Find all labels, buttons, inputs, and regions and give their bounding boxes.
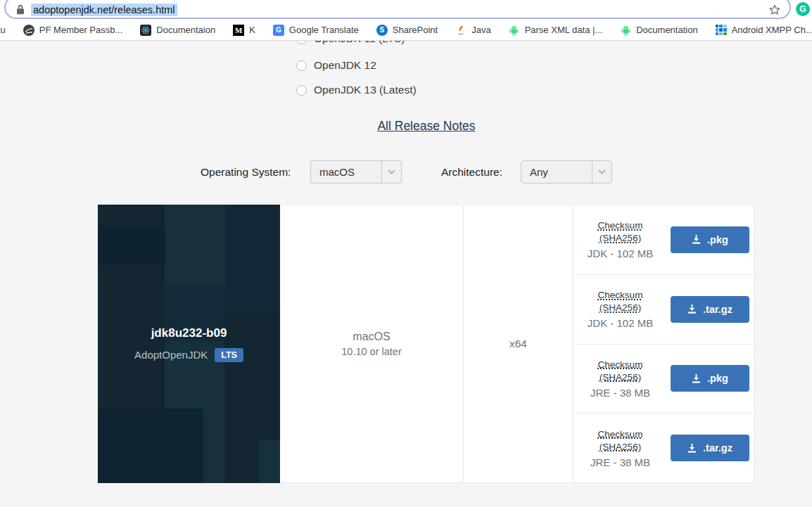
radio-label[interactable]: OpenJDK 13 (Latest) [314, 84, 417, 96]
bookmark-item-k[interactable]: M K [233, 25, 255, 36]
download-meta: Checksum (SHA256) JRE - 38 MB [579, 428, 662, 468]
download-info: JDK - 102 MB [579, 248, 662, 259]
os-select[interactable]: macOS [310, 160, 402, 184]
checksum-line1[interactable]: Checksum [598, 359, 643, 370]
download-button-label: .pkg [707, 373, 728, 384]
bookmark-item-partial[interactable]: tu [0, 25, 6, 35]
address-bar[interactable]: adoptopenjdk.net/releases.html [4, 0, 791, 19]
arch-name: x64 [509, 338, 527, 350]
download-pkg-button[interactable]: .pkg [671, 226, 749, 253]
os-select-value: macOS [311, 166, 381, 178]
checksum-link[interactable]: Checksum (SHA256) [579, 359, 662, 384]
arch-filter-label: Architecture: [441, 166, 502, 179]
arch-cell: x64 [464, 205, 573, 483]
radio-label[interactable]: OpenJDK 12 [314, 59, 376, 72]
bookmark-label: tu [0, 25, 6, 35]
release-name-cell: jdk8u232-b09 AdoptOpenJDK LTS [98, 205, 280, 483]
download-pkg-button[interactable]: .pkg [671, 365, 749, 392]
bookmark-item-parse-xml[interactable]: Parse XML data |... [509, 25, 603, 36]
download-targz-button[interactable]: .tar.gz [671, 435, 749, 461]
checksum-line1[interactable]: Checksum [598, 220, 643, 231]
all-release-notes-link[interactable]: All Release Notes [377, 119, 475, 133]
download-block-jdk-pkg: Checksum (SHA256) JDK - 102 MB .pkg [573, 205, 754, 274]
bookmark-label: Documentation [636, 25, 697, 35]
grid-icon [716, 25, 727, 36]
mosaic-patch [224, 205, 280, 310]
radio-option-openjdk13[interactable]: OpenJDK 13 (Latest) [296, 83, 417, 97]
checksum-link[interactable]: Checksum (SHA256) [579, 219, 662, 245]
radio-button[interactable] [296, 85, 307, 96]
medium-icon: M [233, 25, 244, 36]
download-block-jdk-targz: Checksum (SHA256) JDK - 102 MB .tar.gz [573, 274, 754, 344]
release-subline: AdoptOpenJDK LTS [134, 348, 243, 362]
download-info: JRE - 38 MB [579, 387, 662, 399]
bookmark-item-documentaion[interactable]: Documentaion [140, 25, 215, 36]
page-content: OpenJDK 11 (LTS) OpenJDK 12 OpenJDK 13 (… [0, 41, 812, 507]
bookmark-label: Documentaion [156, 25, 215, 35]
bookmark-label: Android XMPP Ch... [732, 25, 812, 35]
release-name: jdk8u232-b09 [151, 326, 227, 340]
bookmark-label: Parse XML data |... [525, 25, 603, 35]
mosaic-patch [98, 409, 203, 483]
url-text[interactable]: adoptopenjdk.net/releases.html [31, 4, 177, 16]
download-icon [691, 234, 702, 245]
java-icon [455, 25, 467, 36]
checksum-link[interactable]: Checksum (SHA256) [579, 428, 662, 454]
download-targz-button[interactable]: .tar.gz [671, 296, 749, 323]
download-meta: Checksum (SHA256) JRE - 38 MB [579, 359, 662, 399]
globe-icon [23, 25, 34, 36]
sharepoint-icon: S [376, 25, 388, 36]
checksum-line2[interactable]: (SHA256) [600, 233, 641, 243]
download-button-label: .tar.gz [703, 304, 732, 315]
downloads-cell: Checksum (SHA256) JDK - 102 MB .pkg Chec… [573, 205, 755, 483]
radio-option-openjdk12[interactable]: OpenJDK 12 [296, 58, 376, 72]
download-info: JDK - 102 MB [579, 317, 662, 329]
checksum-line2[interactable]: (SHA256) [600, 302, 641, 313]
checksum-link[interactable]: Checksum (SHA256) [579, 289, 662, 314]
bookmark-item-java[interactable]: Java [455, 25, 490, 36]
lock-icon[interactable] [16, 4, 25, 15]
bookmark-item-sharepoint[interactable]: S SharePoint [376, 25, 438, 36]
checksum-line1[interactable]: Checksum [598, 429, 643, 439]
bookmark-item-android-xmpp[interactable]: Android XMPP Ch... [716, 25, 812, 36]
bookmark-item-pf-member[interactable]: PF Member Passb... [23, 25, 122, 36]
bookmark-label: Java [471, 25, 490, 35]
download-button-label: .pkg [707, 234, 728, 245]
release-table-row: jdk8u232-b09 AdoptOpenJDK LTS macOS 10.1… [98, 205, 755, 483]
release-vendor: AdoptOpenJDK [134, 349, 208, 361]
bookmark-item-documentation[interactable]: Documentation [620, 25, 697, 36]
bookmark-label: PF Member Passb... [39, 25, 122, 35]
browser-chrome: adoptopenjdk.net/releases.html G tu PF M… [0, 0, 812, 41]
grammarly-extension-icon[interactable]: G [796, 2, 810, 16]
mosaic-patch [98, 226, 165, 264]
download-icon [687, 443, 697, 454]
download-icon [687, 304, 697, 314]
bookmark-label: SharePoint [393, 25, 438, 35]
omnibox-row: adoptopenjdk.net/releases.html G [0, 0, 812, 20]
lts-badge: LTS [215, 348, 243, 362]
download-block-jre-targz: Checksum (SHA256) JRE - 38 MB .tar.gz [573, 413, 754, 482]
chevron-down-icon [592, 161, 611, 183]
react-icon [140, 25, 151, 36]
download-icon [691, 373, 702, 384]
release-notes-wrap: All Release Notes [98, 119, 755, 134]
os-cell: macOS 10.10 or later [280, 205, 464, 483]
checksum-line1[interactable]: Checksum [598, 290, 643, 300]
chevron-down-icon [381, 161, 401, 183]
download-meta: Checksum (SHA256) JDK - 102 MB [579, 289, 662, 329]
bookmark-item-google-translate[interactable]: G Google Translate [273, 25, 359, 36]
download-button-label: .tar.gz [703, 442, 732, 454]
bookmarks-bar: tu PF Member Passb... Documentaion M K G… [0, 20, 812, 41]
arch-select[interactable]: Any [521, 160, 612, 184]
bookmark-star-icon[interactable] [768, 4, 781, 16]
download-meta: Checksum (SHA256) JDK - 102 MB [579, 219, 662, 259]
checksum-line2[interactable]: (SHA256) [600, 372, 641, 383]
arch-select-value: Any [521, 166, 592, 178]
bookmark-label: Google Translate [289, 25, 359, 35]
bookmark-label: K [249, 25, 255, 35]
os-name: macOS [353, 330, 390, 343]
android-icon [620, 25, 631, 36]
radio-button[interactable] [296, 60, 307, 71]
checksum-line2[interactable]: (SHA256) [600, 442, 641, 452]
download-block-jre-pkg: Checksum (SHA256) JRE - 38 MB .pkg [573, 344, 754, 413]
